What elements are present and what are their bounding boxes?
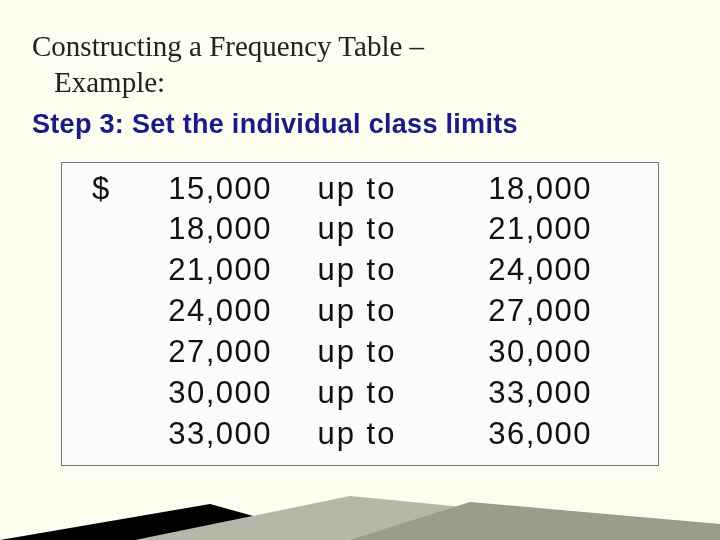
connector-text: up to <box>272 250 442 291</box>
class-limit-row: 30,000up to33,000 <box>92 373 628 414</box>
connector-text: up to <box>272 169 442 210</box>
lower-limit: 24,000 <box>122 291 272 332</box>
upper-limit: 33,000 <box>442 373 592 414</box>
svg-marker-0 <box>0 504 340 540</box>
slide: Constructing a Frequency Table – Example… <box>0 0 720 540</box>
class-limit-row: 24,000up to27,000 <box>92 291 628 332</box>
upper-limit: 18,000 <box>442 169 592 210</box>
title-line-2: Example: <box>32 64 688 100</box>
class-limit-row: 27,000up to30,000 <box>92 332 628 373</box>
class-limit-row: 18,000up to21,000 <box>92 209 628 250</box>
lower-limit: 27,000 <box>122 332 272 373</box>
lower-limit: 15,000 <box>122 169 272 210</box>
lower-limit: 18,000 <box>122 209 272 250</box>
svg-marker-1 <box>135 496 720 540</box>
connector-text: up to <box>272 332 442 373</box>
upper-limit: 27,000 <box>442 291 592 332</box>
upper-limit: 24,000 <box>442 250 592 291</box>
class-limits-list: $15,000up to18,00018,000up to21,00021,00… <box>62 169 658 455</box>
title-line-1: Constructing a Frequency Table – <box>32 30 424 62</box>
class-limit-row: $15,000up to18,000 <box>92 169 628 210</box>
class-limits-figure: $15,000up to18,00018,000up to21,00021,00… <box>61 162 659 466</box>
lower-limit: 30,000 <box>122 373 272 414</box>
slide-title: Constructing a Frequency Table – Example… <box>32 28 688 101</box>
upper-limit: 21,000 <box>442 209 592 250</box>
currency-prefix: $ <box>92 169 122 210</box>
connector-text: up to <box>272 291 442 332</box>
upper-limit: 36,000 <box>442 414 592 455</box>
lower-limit: 33,000 <box>122 414 272 455</box>
lower-limit: 21,000 <box>122 250 272 291</box>
connector-text: up to <box>272 209 442 250</box>
connector-text: up to <box>272 373 442 414</box>
step-heading: Step 3: Set the individual class limits <box>32 109 688 140</box>
svg-marker-2 <box>350 502 720 540</box>
class-limit-row: 33,000up to36,000 <box>92 414 628 455</box>
slide-decoration <box>0 460 720 540</box>
class-limit-row: 21,000up to24,000 <box>92 250 628 291</box>
upper-limit: 30,000 <box>442 332 592 373</box>
connector-text: up to <box>272 414 442 455</box>
